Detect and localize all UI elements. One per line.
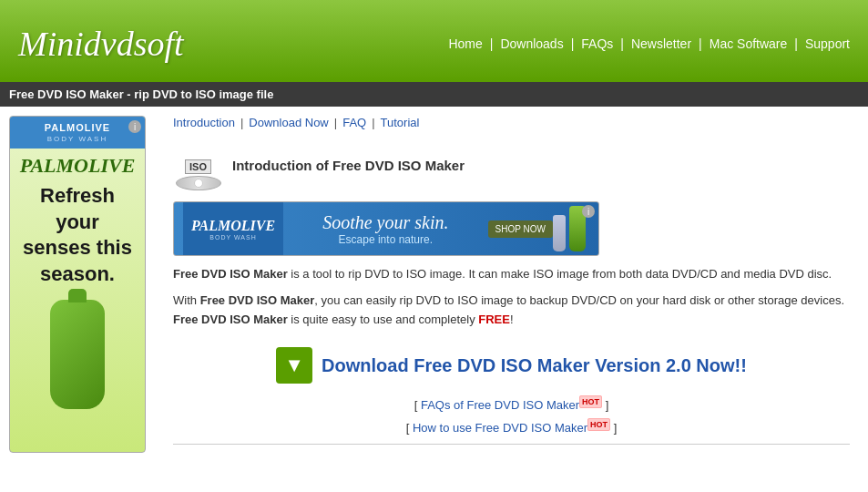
desc-end-2: is quite easy to use and completely: [288, 313, 479, 326]
desc-bold-3: Free DVD ISO Maker: [173, 313, 288, 326]
faq2-hot-badge: HOT: [587, 418, 610, 431]
sub-nav-download-now[interactable]: Download Now: [249, 116, 328, 129]
nav: Home | Downloads | FAQs | Newsletter | M…: [448, 36, 850, 51]
desc-bold-1: Free DVD ISO Maker: [173, 267, 288, 281]
sidebar-ad-bottle: [50, 300, 105, 409]
ad-banner[interactable]: i PALMOLIVE BODY WASH Soothe your skin. …: [173, 201, 599, 256]
banner-escape: Escape into nature.: [339, 233, 433, 246]
sub-nav-introduction[interactable]: Introduction: [173, 116, 235, 129]
sidebar-ad: i PALMOLIVE BODY WASH PALMOLIVE Refresh …: [9, 116, 146, 453]
nav-sep-2: |: [571, 36, 575, 51]
download-arrow-icon: ▼: [284, 354, 304, 377]
desc-exclaim: !: [510, 313, 514, 326]
download-title[interactable]: Download Free DVD ISO Maker Version 2.0 …: [322, 355, 747, 376]
banner-shop-btn[interactable]: SHOP NOW: [488, 220, 553, 238]
sub-nav-sep-2: |: [334, 116, 337, 129]
nav-downloads[interactable]: Downloads: [500, 36, 563, 51]
sidebar-ad-brand: PALMOLIVE: [10, 117, 145, 135]
breadcrumb-text: Free DVD ISO Maker - rip DVD to ISO imag…: [9, 87, 273, 101]
faq-link-row-1: [ FAQs of Free DVD ISO MakerHOT ]: [173, 397, 850, 412]
faq1-hot-badge: HOT: [579, 395, 602, 408]
banner-palmolive: PALMOLIVE BODY WASH Soothe your skin. Es…: [174, 202, 598, 255]
logo[interactable]: Minidvdsoft: [18, 24, 184, 64]
faq-link-1[interactable]: FAQs of Free DVD ISO Maker: [421, 399, 579, 413]
faq2-bracket-open: [: [406, 421, 413, 435]
nav-mac-software[interactable]: Mac Software: [710, 36, 788, 51]
sidebar-ad-palmolive-logo: PALMOLIVE: [20, 154, 136, 178]
faq-link-row-2: [ How to use Free DVD ISO MakerHOT ]: [173, 420, 850, 435]
desc-mid-2: , you can easily rip DVD to ISO image to…: [314, 293, 844, 307]
faq2-bracket-close: ]: [610, 421, 617, 435]
desc-bold-2: Free DVD ISO Maker: [200, 293, 315, 307]
banner-bottle-1: [553, 215, 566, 251]
sidebar: i PALMOLIVE BODY WASH PALMOLIVE Refresh …: [0, 107, 155, 492]
nav-sep-1: |: [490, 36, 494, 51]
sidebar-ad-info-icon[interactable]: i: [128, 120, 141, 133]
iso-disc: [176, 176, 221, 190]
desc-text-1: is a tool to rip DVD to ISO image. It ca…: [288, 267, 832, 281]
desc-free: FREE: [478, 313, 510, 326]
sub-nav-tutorial[interactable]: Tutorial: [381, 116, 420, 129]
download-section: ▼ Download Free DVD ISO Maker Version 2.…: [173, 347, 850, 384]
sub-nav-faq[interactable]: FAQ: [342, 116, 366, 129]
sub-nav-sep-1: |: [240, 116, 243, 129]
sidebar-ad-tagline: Refresh your senses this season.: [10, 179, 145, 291]
nav-home[interactable]: Home: [448, 36, 482, 51]
nav-sep-4: |: [699, 36, 702, 51]
faq1-bracket-open: [: [414, 399, 421, 413]
nav-sep-5: |: [794, 36, 798, 51]
section-divider: [173, 444, 850, 445]
desc-para-1: Free DVD ISO Maker is a tool to rip DVD …: [173, 265, 850, 284]
content-wrapper: i PALMOLIVE BODY WASH PALMOLIVE Refresh …: [0, 107, 868, 492]
breadcrumb: Free DVD ISO Maker - rip DVD to ISO imag…: [0, 82, 868, 107]
nav-newsletter[interactable]: Newsletter: [631, 36, 691, 51]
iso-icon: ISO: [173, 140, 223, 190]
banner-brand-sub: BODY WASH: [209, 234, 256, 241]
sub-nav: Introduction | Download Now | FAQ | Tuto…: [173, 116, 850, 129]
header: Minidvdsoft Home | Downloads | FAQs | Ne…: [0, 0, 868, 82]
nav-sep-3: |: [620, 36, 624, 51]
desc-pre-2: With: [173, 293, 200, 307]
sidebar-ad-brand-sub: BODY WASH: [10, 135, 145, 149]
banner-info-icon[interactable]: i: [582, 205, 595, 218]
banner-soothe: Soothe your skin.: [322, 212, 448, 233]
product-header: ISO Introduction of Free DVD ISO Maker: [173, 140, 850, 190]
banner-text-block: Soothe your skin. Escape into nature.: [283, 212, 488, 246]
main-content: Introduction | Download Now | FAQ | Tuto…: [155, 107, 868, 492]
description: Free DVD ISO Maker is a tool to rip DVD …: [173, 265, 850, 329]
banner-brand-block: PALMOLIVE BODY WASH: [183, 202, 283, 255]
nav-support[interactable]: Support: [805, 36, 850, 51]
product-title: Introduction of Free DVD ISO Maker: [232, 158, 465, 173]
nav-faqs[interactable]: FAQs: [581, 36, 613, 51]
sub-nav-sep-3: |: [372, 116, 374, 129]
faq-link-2[interactable]: How to use Free DVD ISO Maker: [413, 421, 587, 435]
faq1-bracket-close: ]: [602, 399, 608, 413]
banner-brand-name: PALMOLIVE: [191, 218, 275, 234]
desc-para-2: With Free DVD ISO Maker, you can easily …: [173, 292, 850, 330]
iso-label: ISO: [185, 159, 211, 174]
download-icon: ▼: [276, 347, 312, 384]
